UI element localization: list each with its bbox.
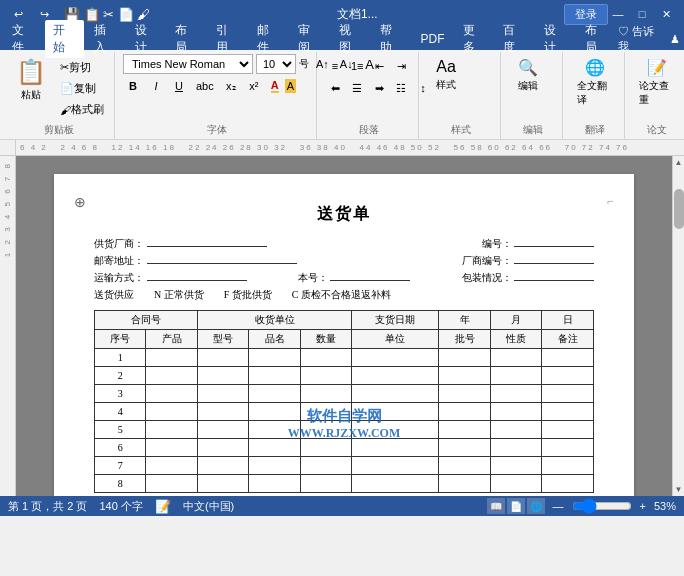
underline-btn[interactable]: U (169, 76, 189, 96)
review-group: 📝 论文查重 论文 (627, 52, 684, 139)
track-changes-icon: 📝 (155, 499, 171, 514)
format-label: 格式刷 (71, 102, 104, 117)
cell-6-5 (352, 457, 439, 475)
review-button[interactable]: 📝 论文查重 (633, 54, 680, 111)
bold-btn[interactable]: B (123, 76, 143, 96)
align-center-btn[interactable]: ☰ (347, 78, 367, 98)
table-row: 7 (95, 457, 594, 475)
clipboard-content: 📋 粘贴 ✂ 剪切 📄 复制 🖌 格式刷 (10, 54, 108, 121)
zoom-plus-btn[interactable]: + (640, 500, 646, 512)
tell-me[interactable]: ♡ 告诉我 (618, 24, 662, 54)
scroll-up-btn[interactable]: ▲ (673, 156, 684, 169)
cell-1-8 (542, 367, 594, 385)
copy-icon: 📄 (60, 82, 74, 95)
editing-content: 🔍 编辑 (509, 54, 556, 121)
scroll-down-btn[interactable]: ▼ (673, 483, 684, 496)
paragraph-content: ≡ 1≡ ⇤ ⇥ ⬅ ☰ ➡ ☷ ↕ (325, 54, 412, 121)
translate-group: 🌐 全文翻译 翻译 (565, 52, 625, 139)
cell-5-8 (542, 439, 594, 457)
paste-button[interactable]: 📋 粘贴 (10, 54, 52, 106)
document-container: 1 2 3 4 5 6 7 8 ⊕ ⌐ 软件自学网 WWW.RJZXW.COM … (0, 156, 684, 496)
subscript-btn[interactable]: x₂ (221, 76, 241, 96)
language: 中文(中国) (183, 499, 234, 514)
add-content-btn[interactable]: ⊕ (74, 194, 86, 211)
zoom-percent: 53% (654, 500, 676, 512)
clipboard-label: 剪贴板 (10, 121, 108, 137)
cut-button[interactable]: ✂ 剪切 (56, 58, 108, 77)
cell-1-7 (490, 367, 541, 385)
th-receiver: 收货单位 (197, 311, 351, 330)
font-name-select[interactable]: Times New Roman (123, 54, 253, 74)
view-buttons: 📖 📄 🌐 (487, 498, 545, 514)
address-field: 邮寄地址： (94, 254, 297, 268)
table-header-1: 合同号 收货单位 支货日期 年 月 日 (95, 311, 594, 330)
highlight-btn[interactable]: A (285, 79, 296, 93)
review-sub: 论文 (633, 121, 680, 137)
cell-6-6 (439, 457, 490, 475)
indent-btn[interactable]: ⇥ (392, 56, 412, 76)
cell-6-7 (490, 457, 541, 475)
read-mode-btn[interactable]: 📖 (487, 498, 505, 514)
list-number-btn[interactable]: 1≡ (347, 56, 368, 76)
cell-5-7 (490, 439, 541, 457)
scrollbar-vertical[interactable]: ▲ ▼ (672, 156, 684, 496)
cell-5-1 (146, 439, 197, 457)
page-scroll-area[interactable]: ⊕ ⌐ 软件自学网 WWW.RJZXW.COM 送货单 供货厂商： 编号： (16, 156, 672, 496)
copy-button[interactable]: 📄 复制 (56, 79, 108, 98)
italic-btn[interactable]: I (146, 76, 166, 96)
zoom-slider[interactable] (572, 501, 632, 511)
font-size-unit: 号 (299, 57, 309, 71)
th-date: 支货日期 (352, 311, 439, 330)
table-row: 1 (95, 349, 594, 367)
translate-label: 全文翻译 (577, 79, 612, 107)
supply-c: C 质检不合格退返补料 (292, 288, 391, 302)
user-icon[interactable]: ♟ (670, 33, 680, 46)
info-row-3: 运输方式： 本号： 包装情况： (94, 271, 594, 285)
align-left-btn[interactable]: ⬅ (325, 78, 345, 98)
format-painter-button[interactable]: 🖌 格式刷 (56, 100, 108, 119)
outdent-btn[interactable]: ⇤ (370, 56, 390, 76)
zoom-minus-btn[interactable]: — (553, 500, 564, 512)
close-btn[interactable]: ✕ (656, 6, 676, 22)
info-row-1: 供货厂商： 编号： (94, 237, 594, 251)
vendor-code-value (514, 263, 594, 264)
font-size-select[interactable]: 10 (256, 54, 296, 74)
list-bullet-btn[interactable]: ≡ (325, 56, 345, 76)
cell-3-8 (542, 403, 594, 421)
cut-icon: ✂ (60, 61, 69, 74)
transport-field: 运输方式： (94, 271, 247, 285)
paragraph-label: 段落 (325, 121, 412, 137)
align-right-btn[interactable]: ➡ (369, 78, 389, 98)
cell-2-4 (300, 385, 351, 403)
th-remarks: 备注 (542, 330, 594, 349)
restore-btn[interactable]: □ (632, 6, 652, 22)
styles-group: Aa 样式 样式 (421, 52, 501, 139)
superscript-btn[interactable]: x² (244, 76, 264, 96)
translate-button[interactable]: 🌐 全文翻译 (571, 54, 618, 111)
scroll-thumb[interactable] (674, 189, 684, 229)
styles-icon: Aa (436, 58, 456, 76)
editing-button[interactable]: 🔍 编辑 (509, 54, 547, 97)
web-layout-btn[interactable]: 🌐 (527, 498, 545, 514)
benhao-field: 本号： (298, 271, 411, 285)
review-icon: 📝 (647, 58, 667, 77)
justify-btn[interactable]: ☷ (391, 78, 411, 98)
supplier-value (147, 246, 267, 247)
doc-main-title: 送货单 (94, 204, 594, 225)
print-layout-btn[interactable]: 📄 (507, 498, 525, 514)
watermark-line1: 软件自学网 (288, 407, 400, 426)
strikethrough-btn[interactable]: abc (192, 76, 218, 96)
supplier-conditions-label: 送货供应 (94, 288, 134, 302)
info-row-2: 邮寄地址： 厂商编号： (94, 254, 594, 268)
cell-6-4 (300, 457, 351, 475)
styles-label-group: 样式 (427, 121, 494, 137)
font-color-btn[interactable]: A (271, 79, 279, 93)
corner-box (0, 140, 16, 156)
styles-button[interactable]: Aa 样式 (427, 54, 465, 96)
cell-6-3 (249, 457, 300, 475)
table-row: 3 (95, 385, 594, 403)
menu-pdf[interactable]: PDF (413, 30, 453, 48)
benhao-value (330, 280, 410, 281)
document-page: ⊕ ⌐ 软件自学网 WWW.RJZXW.COM 送货单 供货厂商： 编号： (54, 174, 634, 496)
cell-7-5 (352, 475, 439, 493)
